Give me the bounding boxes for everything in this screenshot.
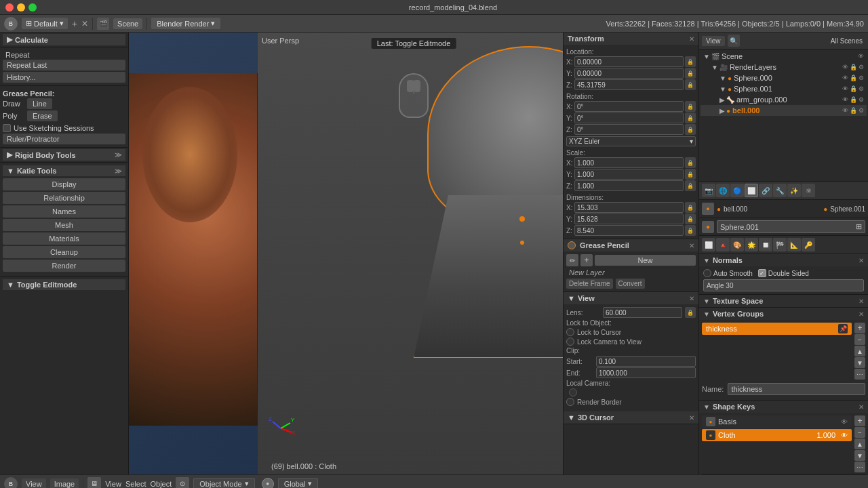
repeat-last-btn[interactable]: Repeat Last (3, 60, 125, 70)
dim-x-input[interactable]: 15.303 (574, 202, 684, 213)
rot-z-input[interactable]: 0° (574, 124, 684, 135)
use-sketching-checkbox[interactable] (3, 124, 11, 132)
lens-input[interactable]: 60.000 (603, 307, 682, 318)
gp-new-btn[interactable]: New (595, 255, 696, 266)
bb-view2-menu[interactable]: View (105, 480, 121, 488)
maximize-btn[interactable] (28, 3, 37, 12)
thickness-group-item[interactable]: thickness 📌 (702, 323, 852, 335)
history-btn[interactable]: History... (3, 72, 125, 83)
loc-z-input[interactable]: 45.31759 (574, 79, 684, 90)
display-btn[interactable]: Display (3, 178, 125, 190)
line-btn[interactable]: Line (27, 98, 52, 109)
scale-z-input[interactable]: 1.000 (574, 180, 684, 191)
normals-header[interactable]: ▼ Normals ✕ (699, 254, 868, 266)
cloth-item[interactable]: ● Cloth 1.000 👁 (702, 429, 852, 441)
gp-expand[interactable]: ✕ (689, 242, 694, 249)
delete-frame-btn[interactable]: Delete Frame (566, 279, 613, 289)
bb-select-menu[interactable]: Select (125, 480, 146, 488)
loc-z-lock[interactable]: 🔒 (685, 79, 696, 90)
pt-icon1[interactable]: ⬜ (702, 238, 715, 251)
render-props-icon[interactable]: 📷 (702, 184, 715, 197)
add-screen[interactable]: + (72, 18, 77, 29)
transform-close[interactable]: ✕ (689, 35, 694, 43)
pt-icon3[interactable]: 🎨 (730, 238, 744, 251)
texture-space-collapse[interactable]: ✕ (859, 298, 864, 305)
object-props-icon[interactable]: ⬜ (745, 184, 758, 197)
scale-y-input[interactable]: 1.000 (574, 169, 684, 180)
lens-icon[interactable]: 🔒 (685, 307, 696, 318)
rot-mode-dropdown[interactable]: XYZ Euler▾ (566, 136, 696, 146)
bb-object-menu[interactable]: Object (150, 480, 172, 488)
cloth-eye[interactable]: 👁 (841, 432, 848, 439)
gp-checkbox-dot[interactable] (568, 241, 576, 249)
start-input[interactable]: 0.100 (596, 356, 696, 367)
vg-extra-btn[interactable]: ⋯ (854, 369, 865, 380)
minimize-btn[interactable] (17, 3, 25, 12)
scale-z-lock[interactable]: 🔒 (685, 180, 696, 191)
bb-viewport-icon[interactable]: 🖥 (87, 477, 101, 489)
scene-label[interactable]: Scene (113, 18, 142, 29)
rot-z-lock[interactable]: 🔒 (685, 124, 696, 135)
view-icon[interactable]: View (702, 36, 725, 46)
rot-y-lock[interactable]: 🔒 (685, 113, 696, 123)
end-input[interactable]: 1000.000 (596, 367, 696, 378)
pt-icon6[interactable]: 🏁 (773, 238, 787, 251)
vg-up-btn[interactable]: ▲ (854, 346, 865, 357)
scene-visibility[interactable]: 👁 (858, 53, 864, 60)
pt-icon7[interactable]: 📐 (787, 238, 801, 251)
bb-mode-icon[interactable]: ⊙ (176, 477, 189, 489)
dim-y-lock[interactable]: 🔒 (685, 214, 696, 224)
normals-collapse[interactable]: ✕ (859, 257, 864, 264)
texture-space-header[interactable]: ▼ Texture Space ✕ (699, 295, 868, 307)
scale-y-lock[interactable]: 🔒 (685, 169, 696, 180)
render-border-radio[interactable] (566, 398, 574, 406)
obj-name-input[interactable]: Sphere.001 ⊞ (717, 220, 865, 233)
close-screen[interactable]: ✕ (81, 19, 88, 28)
shape-keys-header[interactable]: ▼ Shape Keys ✕ (699, 401, 868, 413)
search-outliner-icon[interactable]: 🔍 (728, 35, 740, 47)
render-engine[interactable]: Blender Render ▾ (151, 18, 220, 29)
modifier-icon[interactable]: 🔧 (773, 184, 787, 197)
dim-x-lock[interactable]: 🔒 (685, 202, 696, 213)
vg-pin-icon[interactable]: 📌 (838, 324, 848, 333)
all-scenes-label[interactable]: All Scenes (743, 36, 866, 46)
dim-z-input[interactable]: 8.540 (574, 225, 684, 236)
scene-props-icon[interactable]: 🌐 (716, 184, 730, 197)
sk-remove-btn[interactable]: − (854, 427, 865, 438)
vertex-groups-header[interactable]: ▼ Vertex Groups ✕ (699, 308, 868, 320)
sk-add-btn[interactable]: + (854, 415, 865, 426)
bb-mode-dropdown[interactable]: Object Mode ▾ (193, 478, 254, 488)
viewport[interactable]: User Persp Last: Toggle Editmode X Y Z (… (129, 33, 698, 474)
vg-name-input[interactable] (728, 383, 865, 395)
convert-btn[interactable]: Convert (616, 279, 645, 289)
close-btn[interactable] (5, 3, 14, 12)
rot-y-input[interactable]: 0° (574, 113, 684, 123)
vg-remove-btn[interactable]: − (854, 334, 865, 345)
render-btn[interactable]: Render (3, 260, 125, 272)
names-btn[interactable]: Names (3, 205, 125, 218)
pencil-icon[interactable]: ✏ (566, 254, 578, 266)
bb-view-menu[interactable]: View (22, 479, 46, 489)
katie-expand[interactable]: ≫ (115, 167, 121, 175)
sk-down-btn[interactable]: ▼ (854, 450, 865, 461)
erase-btn[interactable]: Erase (27, 110, 58, 121)
add-icon[interactable]: + (580, 254, 593, 266)
basis-item[interactable]: ● Basis 👁 (702, 415, 852, 428)
relationship-btn[interactable]: Relationship (3, 192, 125, 204)
sk-collapse[interactable]: ✕ (859, 403, 864, 411)
loc-y-lock[interactable]: 🔒 (685, 68, 696, 79)
vg-down-btn[interactable]: ▼ (854, 357, 865, 368)
rot-x-input[interactable]: 0° (574, 101, 684, 112)
rot-x-lock[interactable]: 🔒 (685, 101, 696, 112)
materials-btn[interactable]: Materials (3, 232, 125, 245)
pt-icon5[interactable]: 🔲 (759, 238, 772, 251)
bb-blender-icon[interactable]: B (4, 477, 18, 489)
constraint-icon[interactable]: 🔗 (759, 184, 772, 197)
mesh-btn[interactable]: Mesh (3, 219, 125, 231)
loc-y-input[interactable]: 0.00000 (574, 68, 684, 79)
dim-y-input[interactable]: 15.628 (574, 214, 684, 224)
sk-up-btn[interactable]: ▲ (854, 439, 865, 449)
pt-icon4[interactable]: 🌟 (745, 238, 758, 251)
auto-smooth-radio[interactable] (703, 269, 711, 277)
lock-camera-radio[interactable] (566, 338, 574, 346)
